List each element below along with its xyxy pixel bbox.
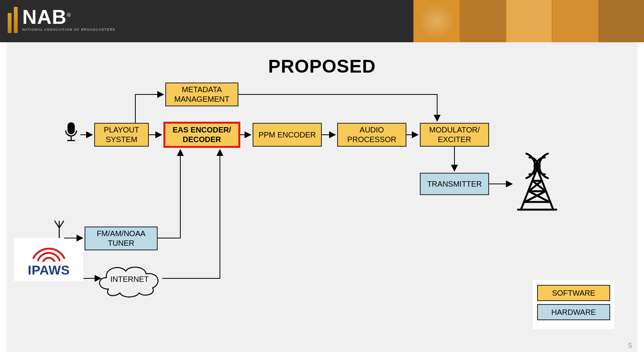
ipaws-logo: IPAWS (14, 238, 83, 281)
svg-line-21 (533, 181, 546, 191)
node-transmitter: TRANSMITTER (420, 173, 489, 195)
slide: NAB® NATIONAL ASSOCIATION OF BROADCASTER… (0, 0, 644, 359)
svg-line-13 (55, 221, 59, 228)
svg-line-16 (521, 169, 537, 210)
page-number: 5 (628, 342, 632, 350)
node-eas-encoder-decoder: EAS ENCODER/ DECODER (163, 122, 240, 148)
svg-line-17 (537, 169, 553, 210)
svg-point-15 (534, 163, 540, 169)
node-metadata-management: METADATA MANAGEMENT (165, 83, 238, 106)
wifi-arc-icon (26, 242, 72, 262)
logo-subtitle: NATIONAL ASSOCIATION OF BROADCASTERS (22, 28, 115, 31)
header-decor-images (413, 0, 644, 42)
antenna-small-icon (55, 221, 64, 238)
node-modulator-exciter: MODULATOR/ EXCITER (420, 123, 489, 147)
diagram-canvas: PROPOSED METADATA MANAGEMENT PLAYOUT SYS… (7, 42, 637, 352)
ipaws-label: IPAWS (28, 263, 70, 278)
logo-bars-icon (8, 5, 18, 33)
node-internet-cloud: INTERNET (93, 260, 166, 298)
svg-line-23 (529, 191, 549, 202)
svg-line-22 (529, 181, 542, 191)
logo-text: NAB® (22, 7, 115, 27)
legend-software: SOFTWARE (537, 285, 610, 301)
svg-line-14 (59, 221, 64, 228)
node-audio-processor: AUDIO PROCESSOR (337, 123, 406, 147)
node-fm-am-noaa-tuner: FM/AM/NOAA TUNER (85, 227, 158, 250)
svg-rect-9 (68, 123, 74, 134)
svg-line-24 (525, 191, 546, 202)
logo-text-block: NAB® NATIONAL ASSOCIATION OF BROADCASTER… (22, 7, 115, 31)
slide-title: PROPOSED (7, 56, 637, 77)
slide-header: NAB® NATIONAL ASSOCIATION OF BROADCASTER… (0, 0, 644, 42)
nab-logo: NAB® NATIONAL ASSOCIATION OF BROADCASTER… (8, 5, 115, 33)
node-playout-system: PLAYOUT SYSTEM (94, 123, 149, 147)
microphone-icon (66, 123, 77, 141)
legend: SOFTWARE HARDWARE (533, 280, 614, 329)
internet-label: INTERNET (110, 275, 149, 283)
broadcast-tower-icon (518, 154, 556, 210)
node-ppm-encoder: PPM ENCODER (253, 123, 322, 147)
legend-hardware: HARDWARE (537, 304, 610, 320)
